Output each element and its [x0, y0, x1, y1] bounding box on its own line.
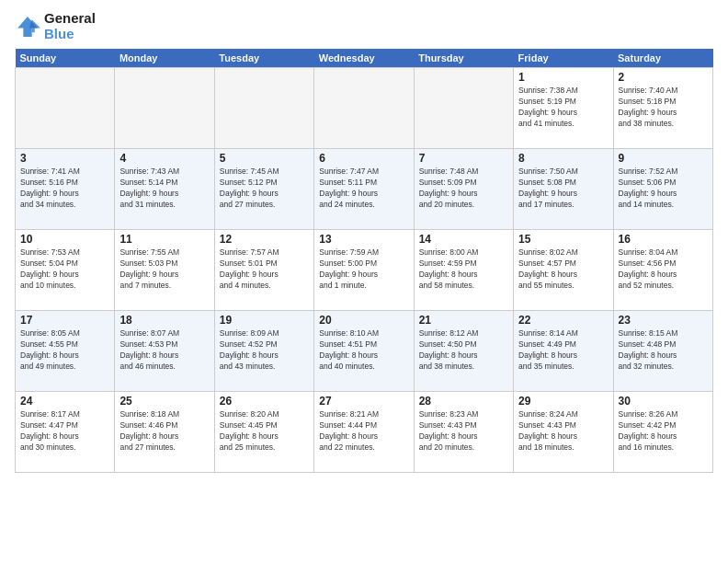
calendar-cell: 23Sunrise: 8:15 AM Sunset: 4:48 PM Dayli…	[613, 311, 712, 392]
day-number: 8	[518, 152, 608, 165]
day-number: 5	[220, 152, 309, 165]
day-info: Sunrise: 8:02 AM Sunset: 4:57 PM Dayligh…	[518, 247, 608, 292]
day-info: Sunrise: 7:50 AM Sunset: 5:08 PM Dayligh…	[518, 167, 608, 211]
calendar-cell: 9Sunrise: 7:52 AM Sunset: 5:06 PM Daylig…	[613, 149, 712, 230]
day-info: Sunrise: 8:12 AM Sunset: 4:50 PM Dayligh…	[419, 328, 508, 373]
calendar-cell: 19Sunrise: 8:09 AM Sunset: 4:52 PM Dayli…	[214, 311, 313, 392]
day-info: Sunrise: 7:47 AM Sunset: 5:11 PM Dayligh…	[319, 167, 408, 211]
day-number: 14	[419, 233, 508, 246]
day-number: 28	[419, 395, 508, 408]
week-row-4: 17Sunrise: 8:05 AM Sunset: 4:55 PM Dayli…	[16, 311, 713, 392]
calendar-cell: 18Sunrise: 8:07 AM Sunset: 4:53 PM Dayli…	[115, 311, 214, 392]
day-number: 27	[319, 395, 408, 408]
calendar-cell: 21Sunrise: 8:12 AM Sunset: 4:50 PM Dayli…	[414, 311, 513, 392]
calendar-cell: 12Sunrise: 7:57 AM Sunset: 5:01 PM Dayli…	[214, 230, 313, 311]
logo-icon	[15, 14, 40, 40]
day-info: Sunrise: 8:00 AM Sunset: 4:59 PM Dayligh…	[419, 247, 508, 292]
weekday-tuesday: Tuesday	[214, 49, 313, 68]
day-info: Sunrise: 8:05 AM Sunset: 4:55 PM Dayligh…	[20, 328, 109, 373]
calendar-cell	[214, 68, 313, 149]
day-number: 16	[619, 233, 708, 246]
day-number: 9	[619, 152, 708, 165]
day-info: Sunrise: 7:43 AM Sunset: 5:14 PM Dayligh…	[119, 167, 209, 211]
day-info: Sunrise: 7:45 AM Sunset: 5:12 PM Dayligh…	[220, 167, 309, 211]
day-number: 6	[319, 152, 408, 165]
day-info: Sunrise: 8:21 AM Sunset: 4:44 PM Dayligh…	[319, 409, 408, 454]
weekday-friday: Friday	[514, 49, 613, 68]
week-row-1: 1Sunrise: 7:38 AM Sunset: 5:19 PM Daylig…	[16, 68, 713, 149]
day-info: Sunrise: 7:55 AM Sunset: 5:03 PM Dayligh…	[119, 247, 209, 292]
weekday-saturday: Saturday	[613, 49, 712, 68]
day-info: Sunrise: 8:10 AM Sunset: 4:51 PM Dayligh…	[319, 328, 408, 373]
day-info: Sunrise: 8:20 AM Sunset: 4:45 PM Dayligh…	[220, 409, 309, 454]
calendar-cell: 27Sunrise: 8:21 AM Sunset: 4:44 PM Dayli…	[314, 392, 414, 473]
day-info: Sunrise: 8:26 AM Sunset: 4:42 PM Dayligh…	[619, 409, 708, 454]
calendar-cell: 15Sunrise: 8:02 AM Sunset: 4:57 PM Dayli…	[514, 230, 613, 311]
day-number: 21	[419, 314, 508, 327]
day-info: Sunrise: 7:48 AM Sunset: 5:09 PM Dayligh…	[419, 167, 508, 211]
day-number: 11	[119, 233, 209, 246]
day-number: 4	[119, 152, 209, 165]
calendar-cell: 4Sunrise: 7:43 AM Sunset: 5:14 PM Daylig…	[115, 149, 214, 230]
calendar-cell	[414, 68, 513, 149]
day-info: Sunrise: 8:23 AM Sunset: 4:43 PM Dayligh…	[419, 409, 508, 454]
day-number: 26	[220, 395, 309, 408]
calendar-cell: 11Sunrise: 7:55 AM Sunset: 5:03 PM Dayli…	[115, 230, 214, 311]
calendar-cell: 8Sunrise: 7:50 AM Sunset: 5:08 PM Daylig…	[514, 149, 613, 230]
day-number: 7	[419, 152, 508, 165]
page: General Blue SundayMondayTuesdayWednesda…	[0, 0, 728, 563]
calendar-cell: 2Sunrise: 7:40 AM Sunset: 5:18 PM Daylig…	[613, 68, 712, 149]
day-info: Sunrise: 7:41 AM Sunset: 5:16 PM Dayligh…	[20, 167, 109, 211]
calendar-cell: 3Sunrise: 7:41 AM Sunset: 5:16 PM Daylig…	[16, 149, 115, 230]
day-number: 1	[518, 71, 608, 84]
day-number: 20	[319, 314, 408, 327]
day-info: Sunrise: 7:53 AM Sunset: 5:04 PM Dayligh…	[20, 247, 109, 292]
calendar-cell: 1Sunrise: 7:38 AM Sunset: 5:19 PM Daylig…	[514, 68, 613, 149]
logo-text: General Blue	[44, 11, 96, 41]
calendar-cell: 26Sunrise: 8:20 AM Sunset: 4:45 PM Dayli…	[214, 392, 313, 473]
calendar-table: SundayMondayTuesdayWednesdayThursdayFrid…	[15, 49, 713, 473]
day-number: 13	[319, 233, 408, 246]
day-number: 30	[619, 395, 708, 408]
calendar-cell: 24Sunrise: 8:17 AM Sunset: 4:47 PM Dayli…	[16, 392, 115, 473]
weekday-header-row: SundayMondayTuesdayWednesdayThursdayFrid…	[16, 49, 713, 68]
calendar-cell: 10Sunrise: 7:53 AM Sunset: 5:04 PM Dayli…	[16, 230, 115, 311]
day-info: Sunrise: 7:40 AM Sunset: 5:18 PM Dayligh…	[619, 86, 708, 130]
calendar-cell: 6Sunrise: 7:47 AM Sunset: 5:11 PM Daylig…	[314, 149, 414, 230]
day-number: 2	[619, 71, 708, 84]
day-info: Sunrise: 8:07 AM Sunset: 4:53 PM Dayligh…	[119, 328, 209, 373]
day-number: 3	[20, 152, 109, 165]
calendar-cell	[314, 68, 414, 149]
day-info: Sunrise: 8:15 AM Sunset: 4:48 PM Dayligh…	[619, 328, 708, 373]
weekday-sunday: Sunday	[16, 49, 115, 68]
day-number: 29	[518, 395, 608, 408]
day-info: Sunrise: 7:57 AM Sunset: 5:01 PM Dayligh…	[220, 247, 309, 292]
day-info: Sunrise: 8:14 AM Sunset: 4:49 PM Dayligh…	[518, 328, 608, 373]
day-info: Sunrise: 7:52 AM Sunset: 5:06 PM Dayligh…	[619, 167, 708, 211]
week-row-3: 10Sunrise: 7:53 AM Sunset: 5:04 PM Dayli…	[16, 230, 713, 311]
calendar-cell: 25Sunrise: 8:18 AM Sunset: 4:46 PM Dayli…	[115, 392, 214, 473]
calendar-cell	[115, 68, 214, 149]
calendar-cell: 22Sunrise: 8:14 AM Sunset: 4:49 PM Dayli…	[514, 311, 613, 392]
calendar-cell	[16, 68, 115, 149]
day-info: Sunrise: 8:17 AM Sunset: 4:47 PM Dayligh…	[20, 409, 109, 454]
day-info: Sunrise: 7:59 AM Sunset: 5:00 PM Dayligh…	[319, 247, 408, 292]
day-number: 17	[20, 314, 109, 327]
week-row-5: 24Sunrise: 8:17 AM Sunset: 4:47 PM Dayli…	[16, 392, 713, 473]
day-number: 10	[20, 233, 109, 246]
calendar-cell: 7Sunrise: 7:48 AM Sunset: 5:09 PM Daylig…	[414, 149, 513, 230]
day-number: 25	[119, 395, 209, 408]
day-info: Sunrise: 7:38 AM Sunset: 5:19 PM Dayligh…	[518, 86, 608, 130]
day-info: Sunrise: 8:24 AM Sunset: 4:43 PM Dayligh…	[518, 409, 608, 454]
weekday-wednesday: Wednesday	[314, 49, 414, 68]
header: General Blue	[15, 11, 713, 41]
calendar-cell: 5Sunrise: 7:45 AM Sunset: 5:12 PM Daylig…	[214, 149, 313, 230]
calendar-cell: 16Sunrise: 8:04 AM Sunset: 4:56 PM Dayli…	[613, 230, 712, 311]
day-number: 19	[220, 314, 309, 327]
day-number: 18	[119, 314, 209, 327]
day-info: Sunrise: 8:18 AM Sunset: 4:46 PM Dayligh…	[119, 409, 209, 454]
weekday-thursday: Thursday	[414, 49, 513, 68]
calendar-cell: 29Sunrise: 8:24 AM Sunset: 4:43 PM Dayli…	[514, 392, 613, 473]
day-number: 24	[20, 395, 109, 408]
calendar-cell: 30Sunrise: 8:26 AM Sunset: 4:42 PM Dayli…	[613, 392, 712, 473]
